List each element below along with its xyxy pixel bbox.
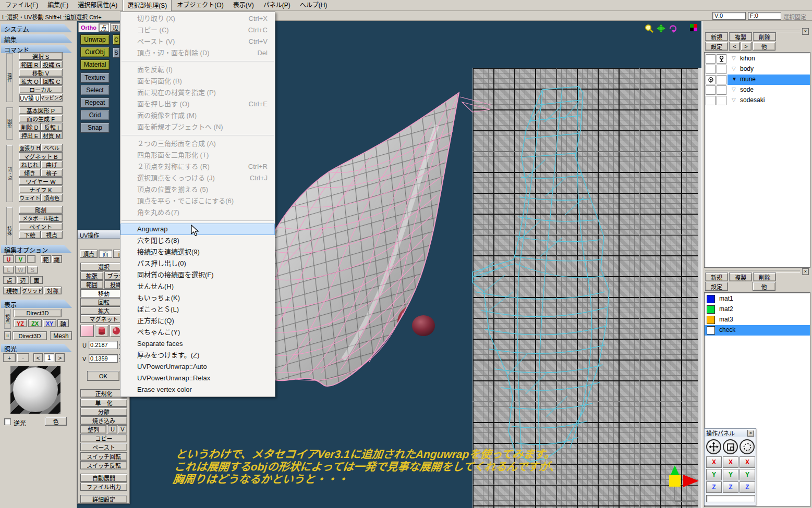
object-panel-close-icon[interactable]: × [802, 28, 809, 35]
section-display[interactable]: 表示 [1, 300, 72, 308]
material-row-mat2[interactable]: mat2 [705, 304, 810, 315]
uv-switch-flip-button[interactable]: スイッチ反転 [80, 461, 127, 469]
visibility-checkbox[interactable] [706, 85, 716, 95]
object-name[interactable]: body [740, 65, 754, 72]
section-system[interactable]: システム [1, 24, 72, 32]
cmd-scale-button[interactable]: 拡大 Q [19, 77, 41, 85]
uv-tab-vertex[interactable]: 頂点 [80, 250, 98, 258]
uv-expand-button[interactable]: 拡張 [80, 271, 103, 280]
cmd-bevel-button[interactable]: ベベル [41, 144, 63, 152]
opt-l-button[interactable]: L [3, 266, 14, 274]
op-move-x-button[interactable]: X [706, 456, 722, 468]
expand-triangle-icon[interactable]: ▽ [732, 86, 736, 92]
menubar-item[interactable]: 編集(E) [43, 0, 72, 11]
context-menu-item[interactable]: Erase vertex color [120, 384, 275, 395]
context-menu-item[interactable]: 接続辺を連続選択(9) [120, 246, 275, 258]
material-row-check[interactable]: check [705, 325, 810, 336]
rotate-view-icon[interactable] [669, 24, 677, 33]
cmd-select-button[interactable]: 選択 S [19, 52, 63, 60]
cmd-face-gen-button[interactable]: 面の生成 F [19, 115, 63, 122]
op-scale-z-button[interactable]: Z [723, 481, 738, 493]
visibility-checkbox[interactable] [706, 65, 716, 74]
opt-face-button[interactable]: 面 [30, 276, 43, 284]
object-row-mune[interactable]: ▼ mune [705, 75, 810, 85]
menubar-item[interactable]: 選択部処理(S) [123, 0, 172, 11]
opt-grid-button[interactable]: グリッド [22, 287, 43, 294]
menubar-item[interactable]: ヘルプ(H) [296, 0, 332, 11]
context-menu-item[interactable]: 選択頂点をくっつける (J) Ctrl+J [120, 172, 275, 184]
cmd-rotate-button[interactable]: 回転 C [41, 77, 63, 85]
op-move-z-button[interactable]: Z [706, 481, 722, 493]
expand-triangle-icon[interactable]: ▽ [732, 66, 736, 71]
op-rotate-tool-icon[interactable] [740, 439, 755, 454]
object-name[interactable]: mune [740, 76, 756, 83]
menubar-item[interactable]: 選択部属性(A) [74, 0, 122, 11]
context-menu-item[interactable]: せんせん(H) [120, 281, 275, 292]
object-row-body[interactable]: ▽ body [705, 64, 810, 75]
menubar-item[interactable]: 表示(V) [229, 0, 258, 11]
object-row-sodesaki[interactable]: ▽ sodesaki [705, 95, 810, 106]
viewport-tool-button[interactable]: Select [80, 85, 110, 95]
opt-actual-button[interactable]: 現物 [3, 287, 21, 294]
material-row-mat3[interactable]: mat3 [705, 315, 810, 325]
display-pause-button[interactable]: II [4, 331, 11, 340]
light-next-button[interactable]: > [55, 353, 65, 362]
op-rotate-y-button[interactable]: Y [740, 469, 755, 480]
opt-range-button[interactable]: 範 [41, 255, 51, 263]
lock-checkbox[interactable] [717, 65, 726, 74]
opt-edge-button[interactable]: 辺 [17, 276, 29, 284]
partial-s-button[interactable]: S [113, 47, 120, 58]
context-menu-item[interactable]: ぺちゃんこ(Y) [120, 327, 275, 338]
cmd-twist-button[interactable]: ねじれ [19, 160, 41, 168]
cmd-face-fill-button[interactable]: 面張り H [19, 144, 41, 152]
visibility-checkbox[interactable] [706, 54, 716, 64]
material-other-button[interactable]: 他 [753, 282, 775, 291]
cmd-extrude-button[interactable]: 押出 E [19, 131, 41, 139]
context-menu-item[interactable]: UVPowerUnwrap::Relax [120, 373, 275, 384]
op-rotate-x-button[interactable]: X [740, 456, 755, 468]
context-menu-item[interactable]: 面を両面化 (B) [120, 76, 275, 87]
light-add-button[interactable]: + [3, 353, 16, 362]
context-menu-item[interactable] [122, 61, 274, 62]
lock-checkbox[interactable] [717, 75, 726, 84]
material-settings-button[interactable]: 設定 [705, 282, 728, 291]
cmd-range-button[interactable]: 範囲 R [19, 60, 41, 68]
cmd-move-button[interactable]: 移動 V [19, 69, 63, 77]
backlight-checkbox[interactable] [4, 418, 11, 425]
display-mesh-button[interactable]: Mesh [50, 331, 72, 340]
material-new-button[interactable]: 新規 [705, 272, 728, 281]
opt-symmetry-button[interactable]: 対称 [44, 287, 62, 294]
op-move-tool-icon[interactable] [706, 439, 721, 454]
cmd-primitive-button[interactable]: 基本図形 P [19, 106, 63, 114]
context-menu-item[interactable]: 正方形に(Q) [120, 315, 275, 327]
context-menu-item[interactable]: 面の鏡像を作成 (M) [120, 110, 275, 121]
object-row-kihon[interactable]: ▽ kihon [705, 54, 810, 64]
uv-align-v-button[interactable]: V [118, 425, 127, 433]
context-menu-item[interactable]: 切り取り (X) Ctrl+X [120, 13, 275, 24]
operation-panel-close-icon[interactable]: × [747, 430, 754, 437]
uv-detail-settings-button[interactable]: 詳細設定 [80, 495, 127, 503]
uv-ok-button[interactable]: OK [87, 371, 119, 381]
context-menu-item[interactable] [122, 220, 274, 221]
context-menu-item[interactable]: 面を押し出す (O) Ctrl+E [120, 98, 275, 110]
cmd-uv-edit-button[interactable]: UV操 U [19, 94, 41, 102]
cmd-metaball-button[interactable]: メタボール粘土 [19, 214, 63, 222]
cmd-vertex-color-button[interactable]: 頂点色 [41, 194, 63, 202]
cmd-tilt-button[interactable]: 傾き [19, 169, 41, 177]
v-value-field[interactable]: 0.1359 [89, 354, 118, 363]
object-other-button[interactable]: 他 [753, 42, 775, 51]
context-menu-item[interactable]: 面を反転 (I) [120, 64, 275, 76]
context-menu-item[interactable]: 頂点・辺・面を削除 (D) Del [120, 47, 275, 59]
material-delete-button[interactable]: 削除 [753, 272, 776, 281]
light-color-button[interactable]: 色 [45, 417, 67, 426]
context-menu-item[interactable]: 四角形面を三角形化 (T) [120, 150, 275, 161]
light-prev-button[interactable]: < [33, 353, 43, 362]
cmd-sculpt-button[interactable]: 彫刻 [19, 206, 63, 214]
object-delete-button[interactable]: 削除 [753, 32, 776, 41]
object-new-button[interactable]: 新規 [705, 32, 728, 41]
cmd-weight-button[interactable]: ウェイト [19, 194, 41, 202]
cmd-paint-button[interactable]: ペイント [19, 222, 63, 230]
uv-switch-rotate-button[interactable]: スイッチ回転 [80, 452, 127, 461]
menubar-item[interactable]: ファイル(F) [1, 0, 42, 11]
uv-falloff-square-icon[interactable] [80, 325, 94, 337]
